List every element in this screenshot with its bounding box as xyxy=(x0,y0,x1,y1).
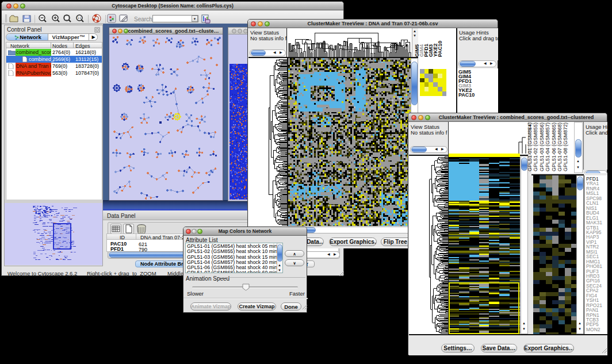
svg-text:1:1: 1:1 xyxy=(78,17,82,20)
